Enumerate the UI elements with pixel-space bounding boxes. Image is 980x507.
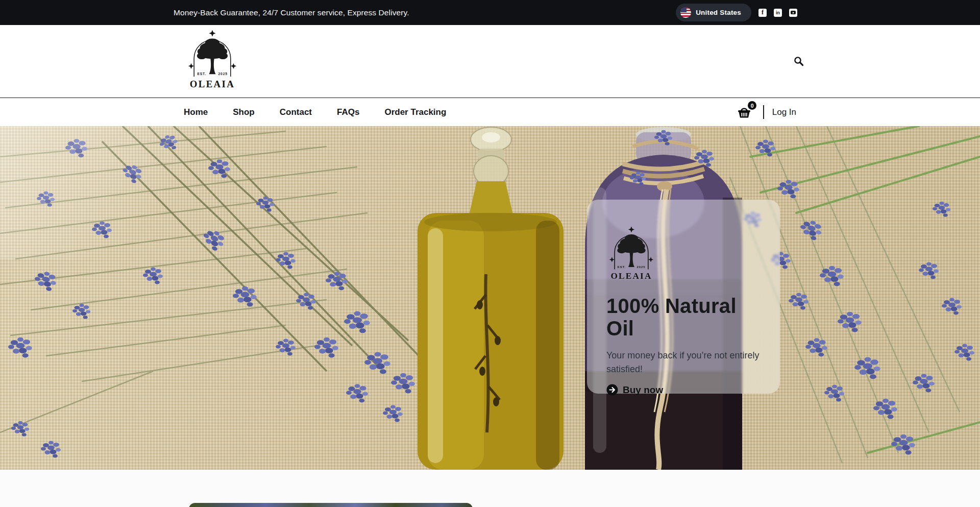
social-links: f in bbox=[758, 9, 797, 17]
nav-item-contact[interactable]: Contact bbox=[280, 107, 312, 117]
product-image bbox=[189, 503, 473, 507]
hero-heading: 100% Natural Oil bbox=[606, 295, 761, 340]
nav-list: Home Shop Contact FAQs Order Tracking bbox=[184, 107, 446, 117]
linkedin-icon[interactable]: in bbox=[774, 9, 782, 17]
nav-item-home[interactable]: Home bbox=[184, 107, 208, 117]
facebook-icon[interactable]: f bbox=[758, 9, 767, 17]
card-oleaia-logo: EST. 2025 OLEAIA bbox=[608, 226, 654, 282]
us-flag-icon bbox=[680, 7, 691, 18]
buy-now-link[interactable]: Buy now bbox=[606, 384, 761, 396]
cart-count-badge: 0 bbox=[748, 101, 756, 110]
buy-now-label: Buy now bbox=[623, 384, 663, 396]
country-selector[interactable]: United States bbox=[676, 4, 751, 21]
nav-item-faqs[interactable]: FAQs bbox=[337, 107, 359, 117]
logo-brand: OLEAIA bbox=[190, 79, 235, 89]
hero-light-fade bbox=[0, 126, 214, 259]
logo-year: 2025 bbox=[218, 72, 228, 76]
card-logo-brand: OLEAIA bbox=[610, 271, 652, 281]
page: Money-Back Guarantee, 24/7 Customer serv… bbox=[0, 0, 980, 507]
header: EST. 2025 OLEAIA bbox=[0, 25, 980, 98]
country-label: United States bbox=[696, 9, 741, 16]
hero-promo-card: EST. 2025 OLEAIA 100% Natural Oil Your m… bbox=[587, 200, 780, 394]
oleaia-logo: EST. 2025 OLEAIA bbox=[187, 29, 237, 92]
topbar-message: Money-Back Guarantee, 24/7 Customer serv… bbox=[174, 8, 409, 17]
hero-subtext: Your money back if you’re not entirely s… bbox=[606, 349, 760, 376]
search-button[interactable] bbox=[791, 54, 806, 69]
main-nav: Home Shop Contact FAQs Order Tracking bbox=[0, 98, 980, 126]
oil-bottle-yellow bbox=[418, 127, 564, 470]
arrow-circle-icon bbox=[606, 384, 618, 396]
topbar-right: United States f in bbox=[676, 4, 797, 21]
card-logo-year: 2025 bbox=[637, 265, 646, 269]
nav-item-order-tracking[interactable]: Order Tracking bbox=[384, 107, 446, 117]
nav-item-shop[interactable]: Shop bbox=[233, 107, 255, 117]
logo-est: EST. bbox=[197, 72, 206, 76]
next-section bbox=[0, 470, 980, 507]
search-icon bbox=[793, 56, 804, 67]
topbar: Money-Back Guarantee, 24/7 Customer serv… bbox=[0, 0, 980, 25]
youtube-icon[interactable] bbox=[789, 9, 797, 17]
cart-button[interactable]: 0 bbox=[737, 105, 752, 119]
site-logo[interactable]: EST. 2025 OLEAIA bbox=[187, 29, 237, 94]
login-link[interactable]: Log In bbox=[772, 107, 796, 117]
nav-right: 0 Log In bbox=[737, 105, 796, 119]
hero-section: EST. 2025 OLEAIA 100% Natural Oil Your m… bbox=[0, 126, 980, 470]
card-logo-est: EST. bbox=[618, 265, 626, 269]
divider bbox=[763, 105, 764, 119]
